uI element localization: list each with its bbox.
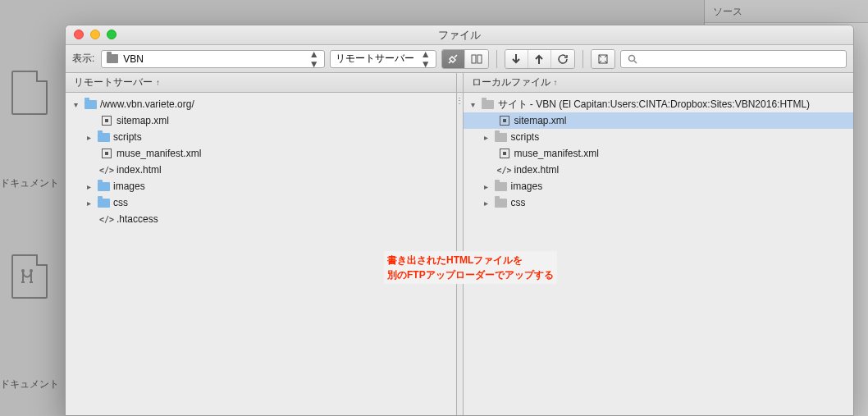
refresh-icon xyxy=(557,53,569,65)
panel-headers: リモートサーバー ↑ ローカルファイル ↑ xyxy=(66,73,853,93)
folder-icon xyxy=(97,196,110,209)
tree-label: images xyxy=(113,181,145,192)
get-button[interactable] xyxy=(505,50,528,68)
disclosure-closed-icon[interactable]: ▸ xyxy=(84,182,94,191)
target-icon xyxy=(498,147,511,160)
search-input[interactable] xyxy=(620,50,847,68)
sync-button[interactable] xyxy=(551,50,574,68)
plug-icon xyxy=(447,53,459,65)
tree-item[interactable]: ▸ css xyxy=(66,194,456,211)
transfer-group xyxy=(505,49,575,69)
window-title: ファイル xyxy=(438,28,481,43)
tree-root[interactable]: ▾ /www.vbn.variete.org/ xyxy=(66,96,456,112)
connection-group xyxy=(441,49,489,69)
disclosure-open-icon[interactable]: ▾ xyxy=(468,100,478,109)
divider xyxy=(582,50,583,68)
disclosure-closed-icon[interactable]: ▸ xyxy=(84,133,94,142)
server-selector[interactable]: リモートサーバー ▲▼ xyxy=(330,50,436,68)
tree-item[interactable]: ▸ scripts xyxy=(66,129,456,145)
minimize-button[interactable] xyxy=(90,30,100,39)
traffic-lights xyxy=(74,30,116,39)
bg-doc-icon xyxy=(11,71,48,115)
tree-item[interactable]: </> .htaccess xyxy=(66,211,456,227)
maximize-button[interactable] xyxy=(107,30,116,39)
tree-label: sitemap.xml xyxy=(116,115,169,126)
svg-point-1 xyxy=(30,269,33,272)
disclosure-closed-icon[interactable]: ▸ xyxy=(482,133,491,142)
target-icon xyxy=(100,114,113,127)
annotation-line: 別のFTPアップローダーでアップする xyxy=(387,267,554,282)
arrow-up-icon xyxy=(534,53,544,65)
tree-label: .htaccess xyxy=(116,213,158,225)
folder-icon xyxy=(84,98,97,111)
tree-label: sitemap.xml xyxy=(514,115,567,126)
tree-item[interactable]: muse_manifest.xml xyxy=(464,145,854,162)
search-icon xyxy=(628,54,637,64)
folder-icon xyxy=(97,180,110,193)
tree-item[interactable]: ▸ css xyxy=(464,194,854,211)
tree-label: scripts xyxy=(511,131,540,143)
tree-item[interactable]: muse_manifest.xml xyxy=(66,145,456,162)
show-label: 表示: xyxy=(72,52,94,66)
bg-pen-icon xyxy=(20,267,41,289)
tree-item[interactable]: </> index.html xyxy=(66,162,456,178)
target-icon xyxy=(100,147,113,160)
local-tree: ▾ サイト - VBN (El Capitan:Users:CINTA:Drop… xyxy=(464,93,854,214)
bg-doc-label: ドキュメント xyxy=(0,176,59,190)
tree-label: index.html xyxy=(116,164,162,176)
disclosure-closed-icon[interactable]: ▸ xyxy=(84,199,94,208)
server-select-label: リモートサーバー xyxy=(336,52,414,66)
disclosure-open-icon[interactable]: ▾ xyxy=(71,100,80,109)
tree-label: サイト - VBN (El Capitan:Users:CINTA:Dropbo… xyxy=(498,98,811,112)
tree-item[interactable]: ▸ scripts xyxy=(464,129,854,145)
bg-panel-header: ソース xyxy=(705,0,868,23)
columns-icon xyxy=(471,53,482,65)
site-selector[interactable]: VBN ▲▼ xyxy=(101,50,324,68)
tree-label: scripts xyxy=(113,131,142,143)
titlebar[interactable]: ファイル xyxy=(66,25,853,45)
svg-rect-2 xyxy=(472,55,476,63)
bg-doc-icon xyxy=(11,254,48,299)
files-window: ファイル 表示: VBN ▲▼ リモートサーバー ▲▼ xyxy=(65,25,854,416)
code-icon: </> xyxy=(498,163,511,176)
tree-item[interactable]: ▸ images xyxy=(66,178,456,194)
annotation-line: 書き出されたHTMLファイルを xyxy=(387,253,554,267)
folder-icon xyxy=(495,180,508,193)
code-icon: </> xyxy=(100,163,113,176)
svg-point-0 xyxy=(21,269,25,272)
local-header-label: ローカルファイル xyxy=(472,75,550,89)
folder-icon xyxy=(97,130,110,144)
tree-label: css xyxy=(511,197,526,208)
toolbar: 表示: VBN ▲▼ リモートサーバー ▲▼ xyxy=(66,45,853,73)
remote-panel-header[interactable]: リモートサーバー ↑ xyxy=(66,73,457,92)
tree-label: /www.vbn.variete.org/ xyxy=(100,98,194,110)
site-name: VBN xyxy=(123,53,144,65)
local-panel-header[interactable]: ローカルファイル ↑ xyxy=(464,73,854,92)
expand-icon xyxy=(597,53,609,65)
tree-label: muse_manifest.xml xyxy=(514,148,599,159)
close-button[interactable] xyxy=(74,30,84,39)
bg-doc-label: ドキュメント xyxy=(0,377,59,391)
tree-item[interactable]: </> index.html xyxy=(464,162,854,178)
tree-item[interactable]: ▸ images xyxy=(464,178,854,194)
svg-point-5 xyxy=(628,55,634,61)
arrow-down-icon xyxy=(511,53,521,65)
expand-group xyxy=(591,49,615,69)
put-button[interactable] xyxy=(528,50,551,68)
disclosure-closed-icon[interactable]: ▸ xyxy=(482,199,491,208)
tree-label: css xyxy=(113,197,128,208)
tree-label: muse_manifest.xml xyxy=(116,148,201,159)
tree-label: images xyxy=(511,181,543,192)
folder-icon xyxy=(495,196,508,209)
tree-root[interactable]: ▾ サイト - VBN (El Capitan:Users:CINTA:Drop… xyxy=(464,96,854,112)
remote-header-label: リモートサーバー xyxy=(74,75,153,89)
remote-tree: ▾ /www.vbn.variete.org/ sitemap.xml ▸ sc… xyxy=(66,93,456,231)
tree-item[interactable]: sitemap.xml xyxy=(66,112,456,129)
expand-button[interactable] xyxy=(592,50,614,68)
connect-button[interactable] xyxy=(442,50,465,68)
tree-item[interactable]: sitemap.xml xyxy=(464,112,854,129)
view-mode-button[interactable] xyxy=(465,50,488,68)
chevron-icon: ▲▼ xyxy=(421,49,431,69)
tree-label: index.html xyxy=(514,164,560,176)
disclosure-closed-icon[interactable]: ▸ xyxy=(482,182,491,191)
